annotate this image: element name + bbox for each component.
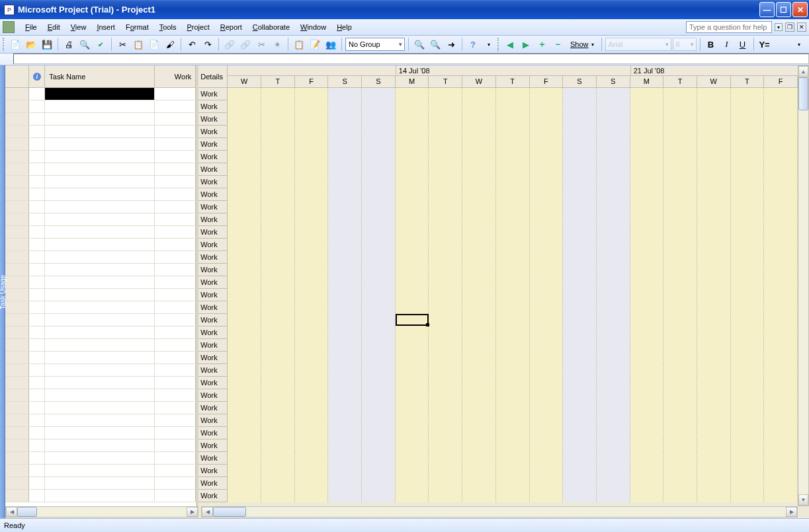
timephased-cell[interactable] bbox=[328, 301, 362, 314]
left-scroll-right-button[interactable]: ▶ bbox=[187, 507, 198, 517]
indicators-cell[interactable] bbox=[29, 364, 45, 376]
vertical-scrollbar[interactable]: ▲ ▼ bbox=[798, 65, 809, 506]
toolbar-handle[interactable] bbox=[3, 38, 5, 51]
row-header-cell[interactable] bbox=[5, 88, 29, 100]
timephased-cell[interactable] bbox=[295, 352, 329, 364]
timephased-cell[interactable] bbox=[731, 163, 765, 176]
timephased-cell[interactable] bbox=[697, 100, 731, 113]
timephased-cell[interactable] bbox=[597, 490, 630, 502]
table-row[interactable] bbox=[5, 201, 196, 213]
timephased-cell[interactable] bbox=[663, 439, 697, 452]
timephased-cell[interactable] bbox=[496, 339, 530, 352]
task-name-cell[interactable] bbox=[45, 326, 155, 338]
timephased-cell[interactable] bbox=[764, 138, 798, 151]
timephased-cell[interactable] bbox=[261, 326, 295, 339]
timephased-cell[interactable] bbox=[731, 477, 765, 490]
left-hscroll-track[interactable] bbox=[17, 507, 187, 517]
table-row[interactable] bbox=[5, 151, 196, 163]
timephased-cell[interactable] bbox=[362, 314, 396, 326]
row-header-cell[interactable] bbox=[5, 213, 29, 225]
timephased-cell[interactable] bbox=[597, 414, 630, 427]
column-header-work[interactable]: Work bbox=[155, 65, 196, 87]
timephased-cell[interactable] bbox=[764, 389, 798, 402]
timephased-cell[interactable] bbox=[462, 452, 496, 465]
row-header-cell[interactable] bbox=[5, 239, 29, 250]
timephased-cell[interactable] bbox=[429, 414, 462, 427]
timephased-cell[interactable] bbox=[228, 276, 261, 289]
row-header-cell[interactable] bbox=[5, 126, 29, 137]
work-cell[interactable] bbox=[155, 264, 196, 276]
link-insert-button[interactable]: 🔗 bbox=[222, 37, 237, 52]
row-header-cell[interactable] bbox=[5, 427, 29, 439]
timephased-cell[interactable] bbox=[295, 465, 329, 477]
timephased-cell[interactable] bbox=[462, 251, 496, 264]
work-cell[interactable] bbox=[155, 163, 196, 175]
indicators-cell[interactable] bbox=[29, 201, 45, 213]
timephased-cell[interactable] bbox=[496, 138, 530, 151]
row-header-cell[interactable] bbox=[5, 439, 29, 451]
timephased-cell[interactable] bbox=[630, 389, 664, 402]
doc-close-button[interactable]: ✕ bbox=[797, 22, 806, 32]
indicators-cell[interactable] bbox=[29, 465, 45, 476]
timephased-cell[interactable] bbox=[630, 452, 664, 465]
timephased-cell[interactable] bbox=[295, 339, 329, 352]
timephased-cell[interactable] bbox=[663, 226, 697, 239]
timephased-cell[interactable] bbox=[429, 276, 462, 289]
timephased-cell[interactable] bbox=[764, 113, 798, 126]
timephased-cell[interactable] bbox=[362, 452, 396, 465]
timephased-cell[interactable] bbox=[261, 402, 295, 414]
timephased-cell[interactable] bbox=[261, 427, 295, 439]
timephased-cell[interactable] bbox=[362, 188, 396, 201]
task-info-button[interactable]: 📋 bbox=[292, 37, 306, 52]
indicators-cell[interactable] bbox=[29, 113, 45, 125]
timephased-cell[interactable] bbox=[429, 239, 462, 251]
timephased-cell[interactable] bbox=[563, 339, 597, 352]
column-header-indicators[interactable]: i bbox=[29, 65, 45, 87]
timephased-cell[interactable] bbox=[697, 314, 731, 326]
timephased-cell[interactable] bbox=[362, 113, 396, 126]
timephased-cell[interactable] bbox=[429, 264, 462, 276]
task-name-cell[interactable] bbox=[45, 389, 155, 401]
timephased-cell[interactable] bbox=[630, 226, 664, 239]
timephased-cell[interactable] bbox=[462, 276, 496, 289]
timephased-cell[interactable] bbox=[731, 414, 765, 427]
timephased-cell[interactable] bbox=[630, 377, 664, 389]
details-cell[interactable]: Work bbox=[198, 251, 228, 263]
timephased-cell[interactable] bbox=[462, 151, 496, 163]
timephased-cell[interactable] bbox=[228, 314, 261, 326]
timephased-cell[interactable] bbox=[228, 251, 261, 264]
close-button[interactable]: ✕ bbox=[792, 2, 808, 17]
timephased-cell[interactable] bbox=[496, 364, 530, 377]
timephased-cell[interactable] bbox=[630, 151, 664, 163]
timephased-cell[interactable] bbox=[764, 163, 798, 176]
timephased-cell[interactable] bbox=[697, 389, 731, 402]
timephased-cell[interactable] bbox=[597, 151, 630, 163]
timephased-cell[interactable] bbox=[630, 126, 664, 138]
timephased-cell[interactable] bbox=[462, 239, 496, 251]
timephased-cell[interactable] bbox=[228, 151, 261, 163]
timephased-cell[interactable] bbox=[396, 88, 429, 100]
timephased-cell[interactable] bbox=[496, 176, 530, 188]
timephased-cell[interactable] bbox=[295, 239, 329, 251]
timephased-cell[interactable] bbox=[228, 138, 261, 151]
indicators-cell[interactable] bbox=[29, 377, 45, 389]
italic-button[interactable]: I bbox=[720, 37, 734, 52]
row-header-cell[interactable] bbox=[5, 301, 29, 313]
timephased-cell[interactable] bbox=[530, 176, 564, 188]
timephased-cell[interactable] bbox=[295, 226, 329, 239]
timephased-cell[interactable] bbox=[597, 113, 630, 126]
timephased-cell[interactable] bbox=[328, 314, 362, 326]
details-cell[interactable]: Work bbox=[198, 414, 228, 426]
timephased-cell[interactable] bbox=[228, 201, 261, 213]
timephased-cell[interactable] bbox=[663, 314, 697, 326]
timephased-cell[interactable] bbox=[697, 251, 731, 264]
indicators-cell[interactable] bbox=[29, 151, 45, 163]
details-cell[interactable]: Work bbox=[198, 100, 228, 112]
timephased-cell[interactable] bbox=[295, 301, 329, 314]
timephased-cell[interactable] bbox=[630, 289, 664, 301]
timephased-cell[interactable] bbox=[261, 176, 295, 188]
details-cell[interactable]: Work bbox=[198, 176, 228, 188]
timephased-cell[interactable] bbox=[396, 276, 429, 289]
row-header-cell[interactable] bbox=[5, 264, 29, 276]
timephased-cell[interactable] bbox=[630, 264, 664, 276]
